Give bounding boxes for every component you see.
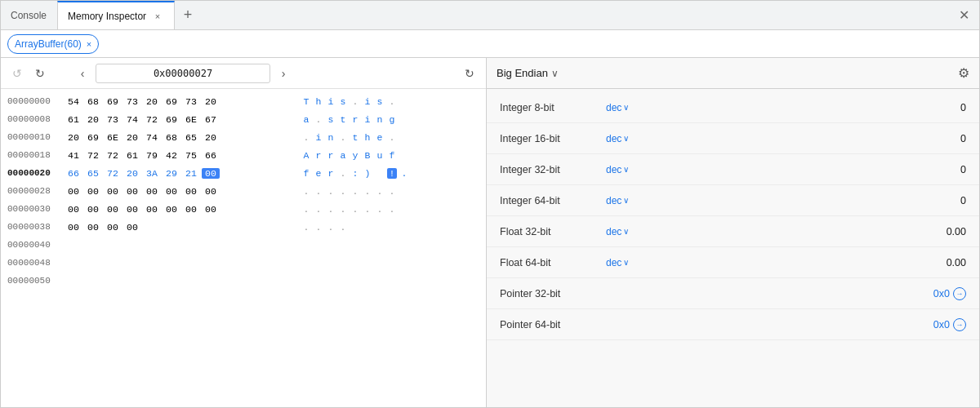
window-close-button[interactable]: ✕ [959,1,979,29]
hex-byte[interactable]: 20 [123,168,141,179]
nav-prev-button[interactable]: ‹ [73,64,92,83]
ascii-char[interactable]: y [350,150,360,161]
hex-byte[interactable]: 00 [123,204,141,215]
ascii-char[interactable]: s [326,114,336,125]
nav-back-button[interactable]: ↺ [7,64,27,83]
nav-next-button[interactable]: › [274,64,293,83]
ascii-char[interactable]: : [350,168,360,179]
address-input[interactable] [96,64,270,83]
ascii-char[interactable]: ! [387,168,397,179]
ascii-char[interactable]: . [301,222,311,233]
ascii-char[interactable]: . [363,186,372,197]
ascii-char[interactable]: . [375,204,385,215]
nav-refresh-button[interactable]: ↻ [460,64,479,83]
hex-byte[interactable]: 6E [182,114,200,125]
ascii-char[interactable]: i [363,114,372,125]
hex-byte[interactable]: 66 [65,168,82,179]
data-type-value[interactable]: 0x0→ [655,287,966,300]
ascii-char[interactable]: ) [363,168,372,179]
ascii-char[interactable]: t [350,132,360,143]
hex-byte[interactable]: 00 [65,222,82,233]
hex-byte[interactable]: 00 [123,186,141,197]
sub-tab-arraybuffer[interactable]: ArrayBuffer(60) × [7,34,99,54]
ascii-char[interactable]: T [301,96,311,107]
data-format-selector[interactable]: dec∨ [606,257,655,268]
ascii-char[interactable]: . [301,204,311,215]
data-format-selector[interactable]: dec∨ [606,102,655,113]
hex-byte[interactable]: 00 [143,186,161,197]
ascii-char[interactable]: . [350,204,360,215]
ascii-char[interactable]: . [338,204,348,215]
ascii-char[interactable]: . [387,204,397,215]
hex-byte[interactable]: 20 [202,96,220,107]
hex-byte[interactable]: 69 [163,114,180,125]
ascii-char[interactable]: a [338,150,348,161]
hex-byte[interactable]: 61 [65,114,82,125]
hex-byte[interactable]: 69 [163,96,180,107]
data-type-value[interactable]: 0x0→ [655,318,966,331]
hex-byte[interactable]: 74 [123,114,141,125]
tab-memory-inspector-close[interactable]: × [151,10,164,23]
ascii-char[interactable]: f [301,168,311,179]
ascii-char[interactable]: . [350,186,360,197]
ascii-char[interactable]: A [301,150,311,161]
hex-byte[interactable]: 72 [143,114,161,125]
ascii-char[interactable]: . [314,114,323,125]
hex-byte[interactable]: 20 [65,132,82,143]
hex-byte[interactable]: 00 [163,204,180,215]
sub-tab-arraybuffer-close[interactable]: × [87,39,91,49]
hex-byte[interactable]: 00 [104,186,122,197]
hex-byte[interactable]: 69 [84,132,102,143]
hex-byte[interactable]: 69 [104,96,122,107]
hex-byte[interactable]: 74 [143,132,161,143]
hex-byte[interactable]: 65 [84,168,102,179]
ascii-char[interactable]: u [375,150,385,161]
hex-byte[interactable]: 20 [123,132,141,143]
hex-byte[interactable]: 00 [202,204,220,215]
ascii-char[interactable]: . [301,186,311,197]
hex-byte[interactable]: 42 [163,150,180,161]
ascii-char[interactable]: i [363,96,372,107]
tab-memory-inspector[interactable]: Memory Inspector × [57,1,175,29]
ascii-char[interactable]: . [338,222,348,233]
ascii-char[interactable]: e [375,132,385,143]
ascii-char[interactable]: s [375,96,385,107]
hex-byte[interactable]: 68 [84,96,102,107]
nav-forward-button[interactable]: ↻ [30,64,50,83]
settings-gear-icon[interactable]: ⚙ [958,65,969,81]
ascii-char[interactable]: . [338,168,348,179]
ascii-char[interactable]: h [314,96,323,107]
ascii-char[interactable]: n [375,114,385,125]
ascii-char[interactable]: . [350,96,360,107]
hex-byte[interactable]: 20 [202,132,220,143]
ascii-char[interactable]: . [387,186,397,197]
ascii-char[interactable]: . [387,96,397,107]
hex-byte[interactable]: 00 [65,204,82,215]
ascii-char[interactable]: s [338,96,348,107]
hex-byte[interactable]: 00 [104,222,122,233]
navigate-arrow-icon[interactable]: → [953,318,966,331]
tab-console[interactable]: Console [1,1,57,29]
ascii-char[interactable]: . [301,132,311,143]
ascii-char[interactable]: . [326,222,336,233]
ascii-char[interactable]: . [338,186,348,197]
hex-byte[interactable]: 73 [104,114,122,125]
ascii-char[interactable]: r [326,168,336,179]
hex-byte[interactable]: 00 [143,204,161,215]
hex-byte[interactable]: 65 [182,132,200,143]
hex-byte[interactable]: 72 [84,150,102,161]
hex-byte[interactable]: 00 [202,186,220,197]
ascii-char[interactable] [375,168,385,179]
ascii-char[interactable]: f [387,150,397,161]
hex-byte[interactable]: 00 [182,186,200,197]
hex-byte[interactable]: 6E [104,132,122,143]
ascii-char[interactable]: n [326,132,336,143]
ascii-char[interactable]: . [375,186,385,197]
hex-byte[interactable]: 73 [123,96,141,107]
hex-byte[interactable]: 68 [163,132,180,143]
endian-selector[interactable]: Big Endian ∨ [497,67,559,79]
hex-byte[interactable]: 00 [84,204,102,215]
ascii-char[interactable]: . [326,204,336,215]
hex-byte[interactable]: 73 [182,96,200,107]
hex-byte[interactable]: 00 [202,168,220,179]
